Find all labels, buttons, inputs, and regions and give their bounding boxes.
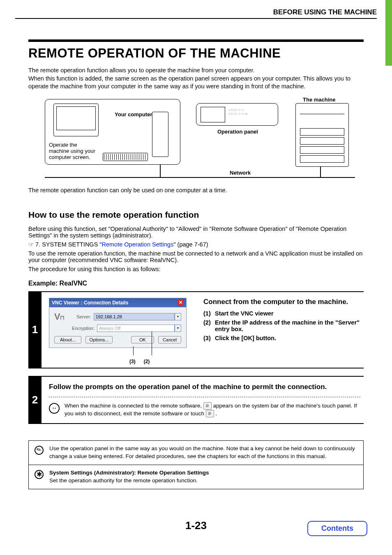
step-1-block: 1 VNC Viewer : Connection Details ✕ V⊓ S… — [28, 291, 364, 368]
operation-panel-box: ○○○○ ○ ○○○○○ ○ ○ ═ — [196, 103, 278, 126]
step2-heading: Follow the prompts on the operation pane… — [49, 382, 360, 392]
operation-panel-label: Operation panel — [217, 129, 258, 135]
section-title: BEFORE USING THE MACHINE — [273, 8, 377, 16]
remote-status-icon: ⎚ — [203, 402, 212, 410]
pointer-line-2 — [152, 332, 152, 355]
s1-i2-num: (2) — [203, 319, 215, 332]
s1-i1-num: (1) — [203, 310, 215, 317]
encryption-input — [97, 325, 175, 332]
ptr-3-label: (3) — [129, 359, 136, 364]
s1-i1-txt: Start the VNC viewer — [215, 310, 360, 317]
howto-p2: To use the remote operation function, th… — [28, 250, 364, 263]
tower-icon — [152, 112, 168, 157]
machine-label: The machine — [303, 97, 335, 103]
encryption-label: Encryption: — [70, 326, 95, 331]
step2-note: When the machine is connected to the rem… — [65, 402, 360, 418]
keyboard-icon — [103, 153, 148, 161]
net-drop-2 — [320, 167, 321, 177]
vnc-dialog: VNC Viewer : Connection Details ✕ V⊓ Ser… — [49, 298, 187, 348]
encryption-dropdown-icon[interactable]: ▾ — [175, 325, 181, 332]
vnc-logo-icon: V⊓ — [54, 311, 64, 322]
remote-disconnect-icon[interactable]: ⎚ — [206, 410, 214, 417]
ptr-2-label: (2) — [144, 359, 150, 364]
vnc-titlebar: VNC Viewer : Connection Details ✕ — [49, 298, 186, 307]
cancel-button[interactable]: Cancel — [158, 336, 181, 343]
intro-paragraph: The remote operation function allows you… — [28, 67, 364, 91]
panel-keys-icon: ○○○○ ○ ○○○○○ ○ ○ ═ — [228, 108, 248, 116]
network-line — [45, 177, 355, 178]
net-drop-1 — [160, 165, 161, 177]
s1-i3-txt: Click the [OK] button. — [215, 335, 360, 341]
xref-prefix: ☞ 7. SYSTEM SETTINGS " — [28, 241, 101, 248]
side-accent-bar — [385, 0, 392, 66]
about-button[interactable]: About... — [54, 336, 81, 343]
options-button[interactable]: Options... — [85, 336, 113, 343]
step2-note-a: When the machine is connected to the rem… — [65, 403, 203, 409]
s1-i3-num: (3) — [203, 335, 215, 341]
step2-note-c: . — [215, 410, 217, 417]
gear-icon — [34, 469, 44, 480]
contents-button[interactable]: Contents — [307, 521, 367, 536]
step-2-number: 2 — [28, 377, 42, 424]
howto-heading: How to use the remote operation function — [28, 210, 364, 220]
server-label: Server: — [67, 314, 91, 319]
howto-p3: The procedure for using this function is… — [28, 266, 364, 272]
example-heading: Example: RealVNC — [28, 280, 364, 287]
info-arrow-icon: ↔ — [49, 403, 60, 414]
admin-settings-title: System Settings (Administrator): Remote … — [49, 469, 209, 477]
xref-suffix: " (page 7-67) — [173, 241, 208, 248]
single-computer-note: The remote operation function can only b… — [28, 187, 364, 193]
title-rule — [28, 39, 364, 42]
vnc-title-text: VNC Viewer : Connection Details — [52, 300, 129, 306]
step1-heading: Connect from the computer to the machine… — [203, 298, 360, 306]
machine-box — [295, 103, 349, 167]
s1-i2-txt: Enter the IP address of the machine in t… — [215, 319, 360, 332]
step-2-block: 2 Follow the prompts on the operation pa… — [28, 376, 364, 424]
network-label: Network — [230, 170, 251, 176]
operate-note: Operate the machine using your computer … — [49, 142, 98, 160]
close-icon[interactable]: ✕ — [177, 299, 184, 306]
admin-settings-box: System Settings (Administrator): Remote … — [28, 465, 364, 489]
your-computer-label: Your computer — [115, 111, 152, 117]
remote-operation-diagram: Your computer Operate the machine using … — [45, 99, 357, 181]
howto-p1: Before using this function, set "Operati… — [28, 226, 364, 239]
server-dropdown-icon[interactable]: ▾ — [175, 313, 181, 320]
step-1-number: 1 — [28, 292, 42, 368]
panel-screen-icon — [201, 107, 225, 122]
ok-button[interactable]: OK — [131, 336, 154, 343]
pencil-note-icon: ✎ — [34, 445, 44, 456]
howto-xref: ☞ 7. SYSTEM SETTINGS "Remote Operation S… — [28, 241, 364, 248]
usage-note-box: ✎ Use the operation panel in the same wa… — [28, 440, 364, 465]
monitor-icon — [53, 104, 99, 136]
usage-note-text: Use the operation panel in the same way … — [49, 445, 358, 461]
section-header: BEFORE USING THE MACHINE — [15, 8, 377, 19]
page-title: REMOTE OPERATION OF THE MACHINE — [28, 46, 364, 61]
dashed-divider — [49, 397, 360, 397]
admin-settings-body: Set the operation authority for the remo… — [49, 477, 209, 485]
pointer-line-3 — [133, 346, 134, 355]
server-input[interactable] — [94, 313, 175, 320]
remote-op-settings-link[interactable]: Remote Operation Settings — [101, 241, 173, 248]
